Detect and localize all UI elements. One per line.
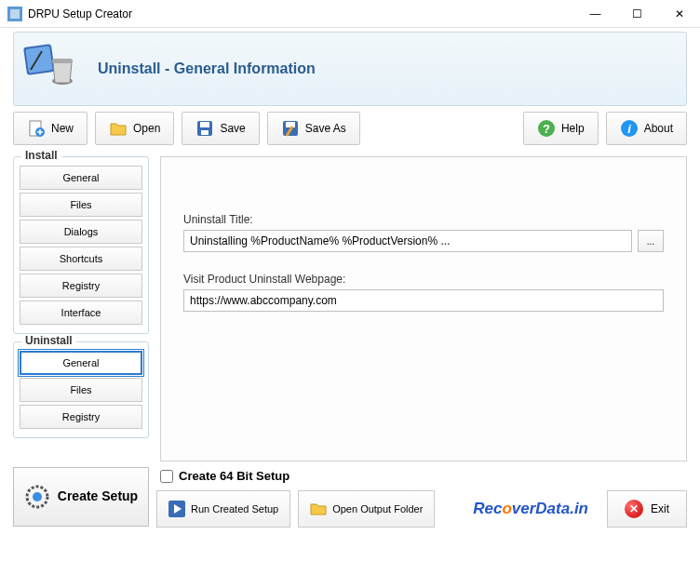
header-icon [23,44,79,95]
open-icon [109,119,128,138]
sidebar: Install General Files Dialogs Shortcuts … [13,156,149,461]
play-icon [168,501,185,517]
run-created-setup-button[interactable]: Run Created Setup [156,490,290,528]
saveas-button[interactable]: Save As [267,112,360,145]
save-icon [195,119,214,138]
sidebar-install-interface[interactable]: Interface [20,301,142,325]
folder-icon [310,501,327,517]
create-64bit-label: Create 64 Bit Setup [179,469,289,483]
about-icon: i [620,119,639,138]
header-title: Uninstall - General Information [98,60,316,77]
create-setup-button[interactable]: Create Setup [13,467,149,527]
svg-rect-8 [200,122,209,127]
minimize-button[interactable]: — [574,0,616,27]
header-banner: Uninstall - General Information [13,32,687,106]
sidebar-uninstall-registry[interactable]: Registry [20,405,142,429]
help-icon: ? [537,119,556,138]
save-button[interactable]: Save [182,112,259,145]
uninstall-title-label: Uninstall Title: [183,213,664,226]
svg-text:?: ? [543,122,550,136]
install-group: Install General Files Dialogs Shortcuts … [13,156,149,334]
main-panel: Uninstall Title: ... Visit Product Unins… [160,156,687,461]
uninstall-group-title: Uninstall [21,334,76,347]
close-icon: ✕ [625,500,643,518]
saveas-icon [281,119,300,138]
footer: Create Setup Create 64 Bit Setup Run Cre… [13,467,687,530]
open-output-folder-button[interactable]: Open Output Folder [298,490,435,528]
toolbar: New Open Save Save As ?Help iAbout [13,112,687,149]
watermark: RecoverData.in [473,500,588,518]
sidebar-install-shortcuts[interactable]: Shortcuts [20,247,142,271]
maximize-button[interactable]: ☐ [616,0,658,27]
app-icon [7,7,22,21]
help-button[interactable]: ?Help [523,112,599,145]
sidebar-install-dialogs[interactable]: Dialogs [20,220,142,244]
uninstall-title-input[interactable] [183,230,632,252]
install-group-title: Install [21,149,61,162]
new-icon [27,119,46,138]
gear-icon [24,484,50,510]
create-64bit-checkbox[interactable] [160,470,173,483]
sidebar-uninstall-files[interactable]: Files [20,378,142,402]
about-button[interactable]: iAbout [606,112,687,145]
new-button[interactable]: New [13,112,88,145]
svg-rect-11 [286,122,295,127]
uninstall-web-label: Visit Product Uninstall Webpage: [183,273,664,286]
window-title: DRPU Setup Creator [28,7,574,20]
svg-text:i: i [627,122,631,136]
sidebar-install-files[interactable]: Files [20,193,142,217]
close-button[interactable]: ✕ [658,0,700,27]
sidebar-uninstall-general[interactable]: General [20,351,142,375]
sidebar-install-registry[interactable]: Registry [20,274,142,298]
svg-point-17 [33,492,42,501]
svg-rect-2 [25,46,52,73]
svg-rect-9 [201,130,209,135]
exit-button[interactable]: ✕Exit [607,490,687,528]
titlebar: DRPU Setup Creator — ☐ ✕ [0,0,700,28]
sidebar-install-general[interactable]: General [20,166,142,190]
uninstall-group: Uninstall General Files Registry [13,341,149,438]
browse-button[interactable]: ... [638,230,664,252]
open-button[interactable]: Open [95,112,174,145]
uninstall-web-input[interactable] [183,289,664,312]
svg-rect-4 [52,59,73,63]
